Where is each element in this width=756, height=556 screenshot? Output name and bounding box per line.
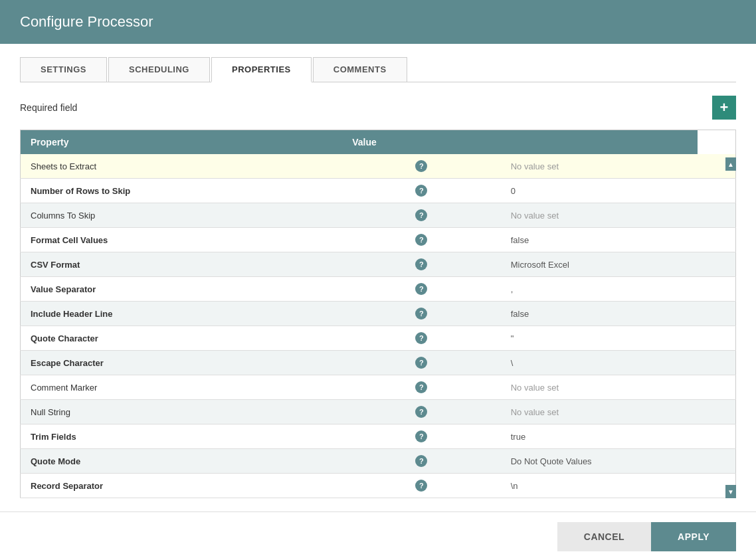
property-value-cell: true	[501, 424, 698, 449]
table-row[interactable]: CSV Format?Microsoft Excel	[21, 252, 736, 277]
scroll-col	[698, 449, 735, 474]
table-row[interactable]: Trim Fields?true	[21, 424, 736, 449]
scroll-col	[698, 375, 735, 400]
property-name-cell: Include Header Line	[21, 302, 343, 326]
table-row[interactable]: Record Separator?\n	[21, 474, 736, 498]
table-row[interactable]: Number of Rows to Skip?0	[21, 179, 736, 203]
table-row[interactable]: Value Separator?,	[21, 277, 736, 302]
property-value-cell: false	[501, 228, 698, 252]
help-icon[interactable]: ?	[415, 357, 427, 369]
properties-table-wrapper: Property Value Sheets to Extract?No valu…	[20, 130, 736, 498]
scroll-col	[698, 400, 735, 424]
property-name-cell: CSV Format	[21, 252, 343, 277]
property-name-cell: Sheets to Extract	[21, 154, 343, 179]
scroll-col	[698, 302, 735, 326]
table-row[interactable]: Escape Character?\	[21, 351, 736, 375]
help-icon[interactable]: ?	[415, 258, 427, 270]
dialog-footer: CANCEL APPLY	[0, 511, 756, 556]
scroll-col	[698, 277, 735, 302]
property-value-cell: No value set	[501, 203, 698, 228]
apply-button[interactable]: APPLY	[651, 522, 736, 551]
property-name-cell: Value Separator	[21, 277, 343, 302]
help-icon-cell[interactable]: ?	[342, 449, 501, 474]
tab-comments[interactable]: COMMENTS	[313, 57, 407, 82]
property-name-cell: Quote Mode	[21, 449, 343, 474]
tab-bar: SETTINGS SCHEDULING PROPERTIES COMMENTS	[20, 57, 736, 82]
table-row[interactable]: Comment Marker?No value set	[21, 375, 736, 400]
property-value-cell: false	[501, 302, 698, 326]
help-icon[interactable]: ?	[415, 209, 427, 221]
help-icon-cell[interactable]: ?	[342, 400, 501, 424]
property-value-cell: Microsoft Excel	[501, 252, 698, 277]
help-icon[interactable]: ?	[415, 185, 427, 197]
help-icon[interactable]: ?	[415, 455, 427, 467]
table-row[interactable]: Quote Mode?Do Not Quote Values	[21, 449, 736, 474]
property-name-cell: Format Cell Values	[21, 228, 343, 252]
required-field-label: Required field	[20, 102, 77, 113]
table-row[interactable]: Include Header Line?false	[21, 302, 736, 326]
scroll-col	[698, 326, 735, 351]
table-header-row: Property Value	[21, 130, 736, 155]
scroll-up-button[interactable]: ▲	[725, 157, 736, 171]
help-icon-cell[interactable]: ?	[342, 179, 501, 203]
table-row[interactable]: Quote Character?"	[21, 326, 736, 351]
property-value-cell: "	[501, 326, 698, 351]
property-value-cell: ,	[501, 277, 698, 302]
scroll-col	[698, 424, 735, 449]
property-name-cell: Escape Character	[21, 351, 343, 375]
help-icon-cell[interactable]: ?	[342, 351, 501, 375]
help-icon[interactable]: ?	[415, 430, 427, 442]
column-scroll	[501, 130, 698, 155]
help-icon-cell[interactable]: ?	[342, 474, 501, 498]
help-icon-cell[interactable]: ?	[342, 424, 501, 449]
help-icon-cell[interactable]: ?	[342, 326, 501, 351]
property-value-cell: No value set	[501, 154, 698, 179]
help-icon[interactable]: ?	[415, 480, 427, 492]
help-icon-cell[interactable]: ?	[342, 277, 501, 302]
column-value: Value	[342, 130, 501, 155]
table-row[interactable]: Sheets to Extract?No value set	[21, 154, 736, 179]
tab-settings[interactable]: SETTINGS	[20, 57, 107, 82]
property-name-cell: Quote Character	[21, 326, 343, 351]
tab-scheduling[interactable]: SCHEDULING	[108, 57, 210, 82]
scroll-col	[698, 252, 735, 277]
scroll-col	[698, 228, 735, 252]
help-icon[interactable]: ?	[415, 308, 427, 320]
help-icon[interactable]: ?	[415, 332, 427, 344]
property-name-cell: Record Separator	[21, 474, 343, 498]
column-property: Property	[21, 130, 343, 155]
dialog-header: Configure Processor	[0, 0, 756, 44]
property-value-cell: No value set	[501, 400, 698, 424]
help-icon-cell[interactable]: ?	[342, 203, 501, 228]
property-name-cell: Null String	[21, 400, 343, 424]
help-icon-cell[interactable]: ?	[342, 302, 501, 326]
required-field-row: Required field +	[20, 96, 736, 120]
dialog-title: Configure Processor	[20, 13, 153, 30]
scroll-col	[698, 179, 735, 203]
help-icon[interactable]: ?	[415, 381, 427, 393]
table-row[interactable]: Format Cell Values?false	[21, 228, 736, 252]
help-icon-cell[interactable]: ?	[342, 252, 501, 277]
property-value-cell: 0	[501, 179, 698, 203]
add-property-button[interactable]: +	[712, 96, 736, 120]
main-content: SETTINGS SCHEDULING PROPERTIES COMMENTS …	[0, 44, 756, 511]
scroll-down-button[interactable]: ▼	[725, 485, 736, 498]
property-value-cell: \n	[501, 474, 698, 498]
help-icon[interactable]: ?	[415, 160, 427, 172]
table-row[interactable]: Null String?No value set	[21, 400, 736, 424]
table-row[interactable]: Columns To Skip?No value set	[21, 203, 736, 228]
cancel-button[interactable]: CANCEL	[557, 522, 651, 551]
help-icon-cell[interactable]: ?	[342, 228, 501, 252]
scroll-col	[698, 351, 735, 375]
help-icon[interactable]: ?	[415, 234, 427, 246]
help-icon-cell[interactable]: ?	[342, 154, 501, 179]
property-value-cell: Do Not Quote Values	[501, 449, 698, 474]
property-name-cell: Number of Rows to Skip	[21, 179, 343, 203]
property-value-cell: \	[501, 351, 698, 375]
properties-table: Property Value Sheets to Extract?No valu…	[20, 130, 736, 498]
property-name-cell: Comment Marker	[21, 375, 343, 400]
help-icon[interactable]: ?	[415, 406, 427, 418]
help-icon[interactable]: ?	[415, 283, 427, 295]
help-icon-cell[interactable]: ?	[342, 375, 501, 400]
tab-properties[interactable]: PROPERTIES	[211, 57, 312, 82]
